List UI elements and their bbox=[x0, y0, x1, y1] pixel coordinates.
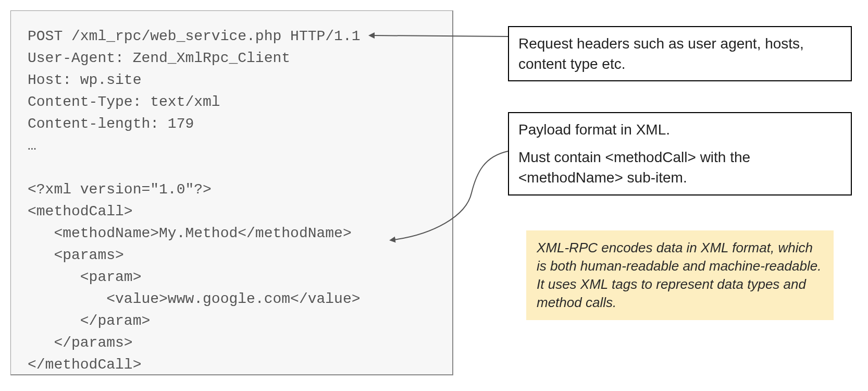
code-line: … bbox=[28, 138, 36, 154]
code-line: Content-Type: text/xml bbox=[28, 94, 220, 110]
callout-text-line1: Payload format in XML. bbox=[518, 119, 841, 140]
code-line: User-Agent: Zend_XmlRpc_Client bbox=[28, 50, 290, 66]
code-block: POST /xml_rpc/web_service.php HTTP/1.1 U… bbox=[10, 10, 453, 375]
note-box: XML-RPC encodes data in XML format, whic… bbox=[526, 230, 834, 320]
callout-headers: Request headers such as user agent, host… bbox=[508, 26, 852, 81]
code-line: <params> bbox=[28, 247, 124, 263]
code-line: </methodCall> bbox=[28, 357, 141, 373]
callout-payload: Payload format in XML. Must contain <met… bbox=[508, 112, 852, 196]
code-line: Host: wp.site bbox=[28, 72, 141, 88]
note-text: XML-RPC encodes data in XML format, whic… bbox=[537, 240, 821, 310]
code-line: Content-length: 179 bbox=[28, 116, 194, 132]
code-line: <value>www.google.com</value> bbox=[28, 291, 361, 307]
code-line: </param> bbox=[28, 313, 150, 329]
code-line: <methodName>My.Method</methodName> bbox=[28, 225, 352, 241]
code-line: <?xml version="1.0"?> bbox=[28, 181, 212, 198]
callout-text-line2: Must contain <methodCall> with the <meth… bbox=[518, 147, 841, 188]
callout-text: Request headers such as user agent, host… bbox=[518, 35, 804, 72]
code-line: POST /xml_rpc/web_service.php HTTP/1.1 bbox=[28, 28, 361, 44]
code-line: <param> bbox=[28, 269, 141, 285]
code-line: </params> bbox=[28, 335, 133, 351]
code-line: <methodCall> bbox=[28, 203, 133, 219]
